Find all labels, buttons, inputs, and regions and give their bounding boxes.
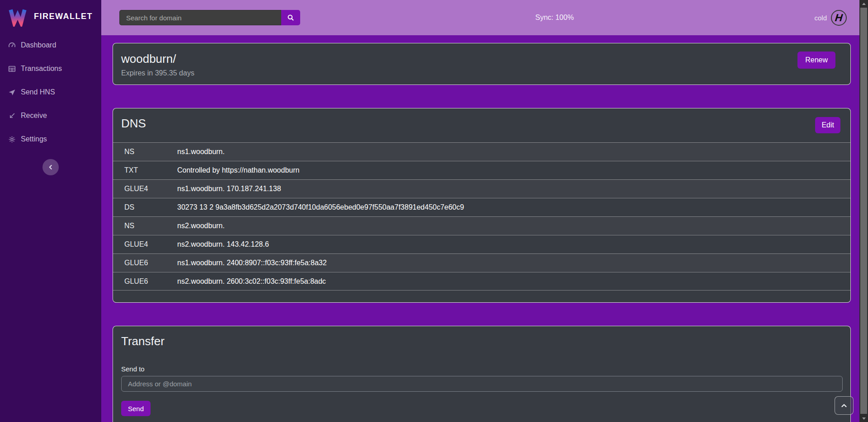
dns-record-type: GLUE6 [113, 277, 177, 286]
main-content: woodburn/ Expires in 395.35 days Renew D… [101, 35, 859, 422]
dns-record-type: GLUE4 [113, 240, 177, 249]
dns-record-value: ns1.woodburn. 2400:8907::f03c:93ff:fe5a:… [177, 259, 327, 267]
sidebar-collapse-button[interactable] [42, 159, 59, 175]
scrollbar[interactable] [859, 0, 868, 422]
sidebar-item-label: Send HNS [21, 88, 55, 96]
sidebar-item-send-hns[interactable]: Send HNS [0, 80, 101, 104]
renew-button[interactable]: Renew [797, 52, 835, 69]
dns-record-value: Controlled by https://nathan.woodburn [177, 166, 299, 174]
search-input[interactable] [119, 10, 281, 25]
edit-dns-button[interactable]: Edit [815, 117, 840, 133]
gear-icon [8, 135, 16, 143]
domain-expiry: Expires in 395.35 days [121, 69, 842, 77]
chevron-left-icon [47, 164, 54, 170]
scroll-to-top-button[interactable] [835, 396, 854, 415]
triangle-down-icon [862, 417, 866, 420]
sidebar-item-label: Dashboard [21, 41, 56, 49]
receive-icon [8, 112, 16, 120]
brand-name: FIREWALLET [34, 12, 93, 21]
table-icon [8, 65, 16, 73]
sidebar-item-transactions[interactable]: Transactions [0, 57, 101, 80]
dns-records-table: NS ns1.woodburn. TXT Controlled by https… [113, 142, 850, 291]
search-button[interactable] [281, 10, 300, 25]
dns-record-row: GLUE6 ns1.woodburn. 2400:8907::f03c:93ff… [113, 253, 850, 272]
handshake-logo-icon: H [831, 10, 847, 26]
dns-record-row: GLUE4 ns2.woodburn. 143.42.128.6 [113, 235, 850, 253]
scrollbar-down-button[interactable] [859, 415, 868, 422]
domain-title: woodburn/ [121, 52, 842, 66]
dns-record-row: GLUE6 ns2.woodburn. 2600:3c02::f03c:93ff… [113, 272, 850, 291]
send-icon [8, 88, 16, 96]
dns-record-row: DS 30273 13 2 9a3a8fb3d625d2a2073d740f10… [113, 198, 850, 216]
dns-record-value: ns1.woodburn. [177, 148, 225, 156]
firewallet-w-logo-icon [7, 6, 28, 27]
sidebar-item-label: Receive [21, 112, 47, 120]
triangle-up-icon [862, 3, 866, 5]
scrollbar-thumb[interactable] [860, 8, 867, 414]
dns-record-row: NS ns1.woodburn. [113, 142, 850, 161]
sidebar-item-dashboard[interactable]: Dashboard [0, 33, 101, 57]
firewallet-app: FIREWALLET Dashboard Transactions Send H… [0, 0, 868, 422]
chevron-up-icon [840, 402, 848, 409]
sidebar: FIREWALLET Dashboard Transactions Send H… [0, 0, 101, 422]
dns-record-value: ns2.woodburn. 143.42.128.6 [177, 240, 269, 249]
sidebar-item-label: Settings [21, 135, 47, 143]
transfer-card: Transfer Send to Send [113, 326, 851, 422]
dns-record-type: NS [113, 148, 177, 156]
dns-record-type: TXT [113, 166, 177, 174]
send-to-label: Send to [121, 365, 842, 373]
dns-record-type: NS [113, 222, 177, 230]
wallet-selector[interactable]: cold H [814, 0, 847, 35]
dns-card: DNS Edit NS ns1.woodburn. TXT Controlled… [113, 108, 851, 303]
sidebar-item-receive[interactable]: Receive [0, 104, 101, 127]
dns-record-value: ns2.woodburn. 2600:3c02::f03c:93ff:fe5a:… [177, 277, 326, 286]
dns-title: DNS [121, 117, 850, 131]
topbar: Sync: 100% cold H [101, 0, 859, 35]
domain-search [119, 10, 300, 25]
wallet-name: cold [814, 14, 827, 22]
dns-record-type: DS [113, 203, 177, 211]
dns-record-row: NS ns2.woodburn. [113, 216, 850, 235]
dns-record-value: ns1.woodburn. 170.187.241.138 [177, 185, 281, 193]
send-button[interactable]: Send [121, 401, 151, 416]
sidebar-item-label: Transactions [21, 65, 62, 73]
sync-status: Sync: 100% [535, 0, 574, 35]
search-icon [287, 14, 294, 21]
brand[interactable]: FIREWALLET [0, 0, 101, 33]
dns-record-value: 30273 13 2 9a3a8fb3d625d2a2073d740f10da6… [177, 203, 464, 211]
speedometer-icon [8, 41, 16, 49]
transfer-address-input[interactable] [121, 376, 843, 392]
domain-card: woodburn/ Expires in 395.35 days Renew [113, 43, 851, 85]
dns-record-type: GLUE4 [113, 185, 177, 193]
sidebar-nav: Dashboard Transactions Send HNS Receive [0, 33, 101, 151]
dns-record-row: TXT Controlled by https://nathan.woodbur… [113, 161, 850, 179]
dns-record-row: GLUE4 ns1.woodburn. 170.187.241.138 [113, 179, 850, 198]
sidebar-item-settings[interactable]: Settings [0, 127, 101, 151]
dns-record-type: GLUE6 [113, 259, 177, 267]
transfer-title: Transfer [121, 334, 842, 348]
scrollbar-up-button[interactable] [859, 0, 868, 7]
dns-record-value: ns2.woodburn. [177, 222, 225, 230]
